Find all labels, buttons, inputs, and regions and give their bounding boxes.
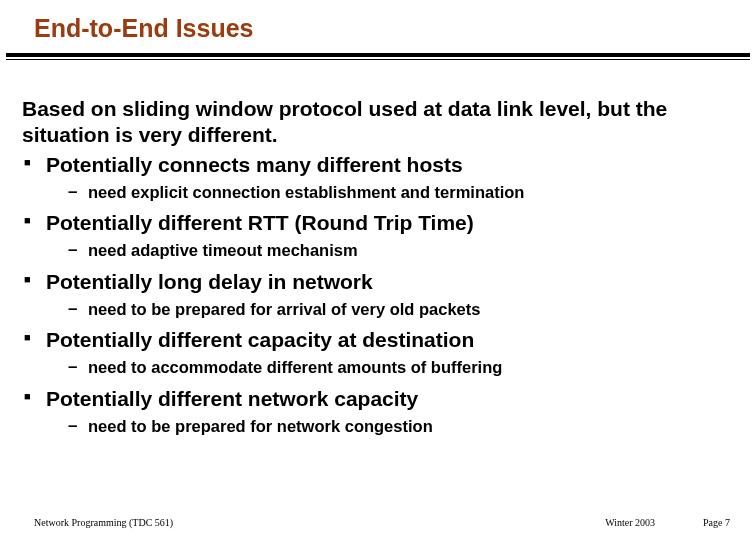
intro-text: Based on sliding window protocol used at… (22, 96, 736, 149)
footer-term: Winter 2003 (605, 517, 655, 528)
bullet-text: Potentially long delay in network (46, 270, 373, 293)
footer-page: Page 7 (703, 517, 730, 528)
sub-list: need adaptive timeout mechanism (46, 239, 736, 261)
sub-list: need to accommodate different amounts of… (46, 356, 736, 378)
sub-item: need to accommodate different amounts of… (46, 356, 736, 378)
footer-course: Network Programming (TDC 561) (34, 517, 173, 528)
bullet-text: Potentially different RTT (Round Trip Ti… (46, 211, 474, 234)
slide: End-to-End Issues Based on sliding windo… (0, 0, 756, 540)
sub-list: need to be prepared for network congesti… (46, 415, 736, 437)
bullet-item: Potentially different network capacity n… (22, 385, 736, 438)
sub-item: need to be prepared for network congesti… (46, 415, 736, 437)
bullet-text: Potentially different capacity at destin… (46, 328, 474, 351)
bullet-list: Potentially connects many different host… (22, 151, 736, 438)
bullet-item: Potentially connects many different host… (22, 151, 736, 204)
title-rule-thick (6, 53, 750, 57)
bullet-item: Potentially different capacity at destin… (22, 326, 736, 379)
slide-title: End-to-End Issues (34, 14, 756, 43)
bullet-text: Potentially different network capacity (46, 387, 418, 410)
bullet-text: Potentially connects many different host… (46, 153, 463, 176)
content-area: Based on sliding window protocol used at… (0, 60, 756, 437)
sub-list: need explicit connection establishment a… (46, 181, 736, 203)
sub-list: need to be prepared for arrival of very … (46, 298, 736, 320)
footer: Network Programming (TDC 561) Winter 200… (0, 517, 756, 528)
bullet-item: Potentially different RTT (Round Trip Ti… (22, 209, 736, 262)
sub-item: need adaptive timeout mechanism (46, 239, 736, 261)
footer-right: Winter 2003 Page 7 (605, 517, 730, 528)
title-block: End-to-End Issues (0, 0, 756, 43)
sub-item: need explicit connection establishment a… (46, 181, 736, 203)
sub-item: need to be prepared for arrival of very … (46, 298, 736, 320)
bullet-item: Potentially long delay in network need t… (22, 268, 736, 321)
